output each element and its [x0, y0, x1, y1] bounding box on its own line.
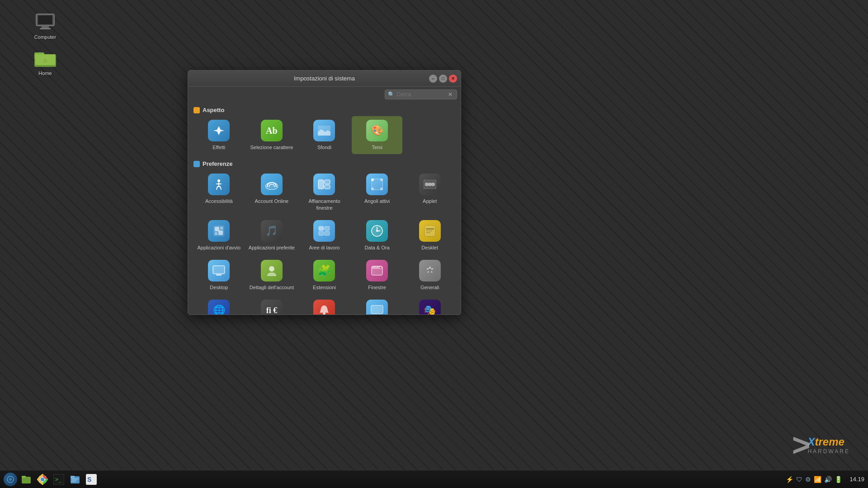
window-controls: – □ ✕	[429, 75, 457, 83]
grid-item-notifiche[interactable]: Caratteri	[299, 296, 350, 314]
svg-point-46	[380, 267, 382, 268]
grid-item-applet[interactable]: Applet	[404, 170, 455, 215]
settings-tray-icon[interactable]: ⚙	[805, 476, 811, 483]
preferenze-label: Preferenze	[203, 160, 232, 167]
svg-rect-31	[325, 231, 330, 235]
grid-item-generali[interactable]: Generali	[404, 256, 455, 294]
aspetto-dot	[193, 107, 200, 113]
schermi-icon	[366, 300, 388, 314]
shield-icon[interactable]: 🛡	[796, 476, 802, 483]
sfondi-icon	[313, 120, 335, 141]
svg-rect-12	[325, 180, 330, 184]
taskbar-files-button[interactable]	[19, 472, 33, 487]
applicazioni-preferite-label: Applicazioni preferite	[249, 244, 295, 251]
finestre-label: Finestre	[368, 284, 386, 291]
svg-rect-2	[42, 26, 49, 28]
account-online-icon	[261, 174, 283, 195]
svg-rect-64	[71, 481, 76, 482]
grid-item-angoli[interactable]: Angoli attivi	[352, 170, 403, 215]
temi-label: Temi	[372, 144, 382, 150]
estensioni-icon: 🧩	[313, 260, 335, 282]
preferenze-dot	[193, 161, 200, 167]
selezione-carattere-label: Selezione carattere	[250, 144, 293, 150]
grid-item-aree-lavoro[interactable]: Aree di lavoro	[299, 216, 350, 254]
grid-item-sfondi[interactable]: Sfondi	[299, 116, 350, 154]
close-button[interactable]: ✕	[449, 75, 457, 83]
applicazioni-avvio-icon	[208, 220, 230, 242]
volume-icon[interactable]: 🔊	[824, 476, 832, 483]
grid-item-applicazioni-avvio[interactable]: Applicazioni d'avvio	[193, 216, 245, 254]
dettagli-account-label: Dettagli dell'account	[250, 284, 294, 291]
svg-rect-37	[426, 228, 434, 230]
svg-rect-54	[22, 476, 26, 478]
grid-item-data-ora[interactable]: Data & Ora	[352, 216, 403, 254]
svg-point-35	[376, 230, 378, 232]
window-titlebar: Impostazioni di sistema – □ ✕	[188, 70, 461, 87]
affiancamento-label: Affiancamento finestre	[301, 198, 348, 211]
xtreme-rest: treme	[815, 436, 844, 448]
account-online-label: Account Online	[255, 198, 289, 204]
selezione-carattere-icon: Ab	[261, 120, 283, 141]
section-aspetto-header: Aspetto	[193, 102, 455, 116]
clock: 14.19	[849, 476, 864, 483]
desktop-icon-computer[interactable]: Computer	[27, 9, 63, 42]
grid-item-caratteri[interactable]: fi € Caratteri	[246, 296, 297, 314]
finestre-icon	[366, 260, 388, 282]
aree-lavoro-label: Aree di lavoro	[309, 244, 340, 251]
taskbar-left: >_ S	[4, 472, 99, 487]
taskbar-menu-button[interactable]	[4, 473, 17, 486]
wifi-icon[interactable]: 📶	[814, 476, 821, 483]
grid-item-temi[interactable]: 🎨 Temi	[352, 116, 403, 154]
svg-rect-25	[220, 227, 223, 230]
grid-item-accessibilita[interactable]: Accessibilità	[193, 170, 245, 215]
section-preferenze-header: Preferenze	[193, 156, 455, 170]
computer-icon	[34, 11, 56, 33]
svg-point-22	[431, 183, 435, 186]
grid-item-dettagli-account[interactable]: Dettagli dell'account	[246, 256, 297, 294]
minimize-button[interactable]: –	[429, 75, 437, 83]
search-wrapper[interactable]: 🔍 ✕	[385, 89, 457, 99]
grid-item-selezione-carattere[interactable]: Ab Selezione carattere	[246, 116, 297, 154]
svg-text:⌂: ⌂	[43, 56, 47, 64]
svg-point-52	[9, 478, 12, 481]
bluetooth-icon[interactable]: ⚡	[786, 476, 793, 483]
xtreme-brand: Xtreme	[807, 436, 850, 448]
taskbar-terminal-button[interactable]: >_	[52, 472, 66, 487]
applicazioni-preferite-icon: 🎵	[261, 220, 283, 242]
svg-point-10	[265, 183, 278, 190]
svg-rect-3	[40, 28, 51, 29]
preferenze-grid: Accessibilità Account Online	[193, 170, 455, 314]
svg-rect-63	[71, 480, 77, 481]
maximize-button[interactable]: □	[439, 75, 447, 83]
grid-item-affiancamento[interactable]: Affiancamento finestre	[299, 170, 350, 215]
grid-item-desktop[interactable]: Desktop	[193, 256, 245, 294]
svg-point-20	[425, 183, 429, 186]
grid-item-account-online[interactable]: Account Online	[246, 170, 297, 215]
search-icon: 🔍	[388, 91, 395, 98]
grid-item-applicazioni-preferite[interactable]: 🎵 Applicazioni preferite	[246, 216, 297, 254]
svg-rect-38	[426, 230, 432, 231]
search-clear-button[interactable]: ✕	[448, 91, 453, 98]
grid-item-finestre[interactable]: Finestre	[352, 256, 403, 294]
grid-item-desklet[interactable]: Desklet	[404, 216, 455, 254]
taskbar-chrome-button[interactable]	[35, 472, 50, 487]
battery-icon[interactable]: 🔋	[835, 476, 842, 483]
svg-rect-61	[71, 476, 75, 478]
grid-item-estensioni[interactable]: 🧩 Estensioni	[299, 256, 350, 294]
grid-item-effetti[interactable]: Effetti	[193, 116, 245, 154]
taskbar-synaptic-button[interactable]: S	[84, 472, 99, 487]
desktop-icon-item	[208, 260, 230, 282]
system-settings-window: Impostazioni di sistema – □ ✕ 🔍 ✕ Aspett…	[188, 70, 461, 315]
desktop-label: Desktop	[210, 284, 228, 291]
svg-point-9	[217, 179, 220, 182]
search-input[interactable]	[396, 91, 446, 98]
effetti-icon	[208, 120, 230, 141]
applet-label: Applet	[423, 198, 437, 204]
grid-item-privacy[interactable]: 🎭 Schermi	[404, 296, 455, 314]
grid-item-schermi[interactable]: Notifiche	[352, 296, 403, 314]
svg-rect-62	[71, 479, 79, 479]
taskbar-filemanager-button[interactable]	[68, 472, 82, 487]
desktop-icon-home[interactable]: ⌂ Home	[27, 45, 63, 78]
svg-rect-1	[38, 15, 52, 24]
grid-item-lingua[interactable]: 🌐 Lingua	[193, 296, 245, 314]
